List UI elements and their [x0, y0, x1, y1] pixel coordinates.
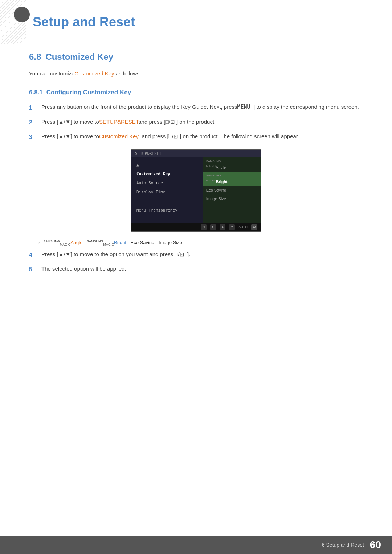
- monitor-bottom-bar: ◄ ► ▲ ▼ AUTO ⏻: [131, 223, 261, 231]
- monitor-btn-power: ⏻: [251, 224, 257, 230]
- monitor-right-menu: SAMSUNGMAGICAngle SAMSUNGMAGICBright Eco…: [203, 157, 261, 223]
- options-note: z SAMSUNGMAGICAngle - SAMSUNGMAGICBright…: [38, 239, 363, 246]
- magic-sub-1: MAGIC: [60, 243, 71, 246]
- step-4: 4 Press [▲/▼] to move to the option you …: [29, 250, 363, 260]
- option-bright: Bright: [114, 240, 126, 245]
- monitor-left-menu: ▲ Customized Key Auto Source Display Tim…: [131, 157, 203, 223]
- monitor-right-eco-saving: Eco Saving: [203, 186, 261, 194]
- step-5-text: The selected option will be applied.: [41, 264, 363, 274]
- monitor-content: ▲ Customized Key Auto Source Display Tim…: [131, 157, 261, 223]
- step-3: 3 Press [▲/▼] to move toCustomized Key a…: [29, 132, 363, 142]
- step-3-text: Press [▲/▼] to move toCustomized Key and…: [41, 132, 363, 142]
- footer-section-label: 6 Setup and Reset: [322, 542, 364, 548]
- step-1-text: Press any button on the front of the pro…: [41, 103, 363, 112]
- option-image-size: Image Size: [159, 240, 182, 245]
- monitor-menu-customized: Customized Key: [131, 169, 203, 178]
- section-header: 6.8 Customized Key: [29, 52, 363, 62]
- step-5: 5 The selected option will be applied.: [29, 264, 363, 274]
- monitor-screenshot: SETUP&RESET ▲ Customized Key Auto Source…: [131, 149, 261, 232]
- monitor-btn-down: ▼: [229, 224, 235, 230]
- chapter-circle: [14, 7, 30, 22]
- monitor-right-samsung-angle: SAMSUNGMAGICAngle: [203, 157, 261, 172]
- monitor-btn-left: ◄: [201, 224, 207, 230]
- page-footer: 6 Setup and Reset 60: [0, 536, 392, 554]
- step-2-text: Press [▲/▼] to move toSETUP&RESETand pre…: [41, 118, 363, 127]
- page-header: Setup and Reset: [0, 0, 392, 37]
- sep-2: -: [128, 240, 131, 245]
- samsung-super-1: SAMSUNG: [43, 239, 60, 243]
- monitor-auto-label: AUTO: [238, 225, 248, 229]
- monitor-btn-right: ►: [210, 224, 216, 230]
- customized-key-link: Customized Key: [99, 133, 139, 139]
- intro-text-after: as follows.: [114, 70, 141, 77]
- samsung-magic-label-2: SAMSUNGMAGIC: [206, 174, 221, 182]
- monitor-btn-up: ▲: [220, 224, 225, 230]
- option-eco-saving: Eco Saving: [131, 240, 155, 245]
- step-1-number: 1: [29, 103, 38, 112]
- option-angle: Angle: [70, 240, 82, 245]
- sep-1: -: [84, 240, 87, 245]
- monitor-right-image-size: Image Size: [203, 194, 261, 203]
- monitor-right-samsung-bright: SAMSUNGMAGICBright: [203, 172, 261, 186]
- subsection-title: Configuring Customized Key: [46, 89, 131, 96]
- monitor-menu-transparency: Menu Transparency: [131, 206, 203, 215]
- step-2-number: 2: [29, 118, 38, 127]
- monitor-menu-display-time: Display Time: [131, 188, 203, 197]
- step-1: 1 Press any button on the front of the p…: [29, 103, 363, 112]
- options-note-z: z: [38, 241, 40, 245]
- samsung-super-2: SAMSUNG: [87, 239, 103, 243]
- page-title: Setup and Reset: [29, 11, 363, 30]
- menu-key-label: MENU: [237, 104, 250, 110]
- steps-list-2: 4 Press [▲/▼] to move to the option you …: [29, 250, 363, 274]
- step-4-number: 4: [29, 250, 38, 260]
- intro-text-before: You can customize: [29, 70, 74, 77]
- step-2: 2 Press [▲/▼] to move toSETUP&RESETand p…: [29, 118, 363, 127]
- monitor-top-bar: SETUP&RESET: [131, 150, 261, 157]
- monitor-menu-auto-source: Auto Source: [131, 178, 203, 188]
- section-number: 6.8: [29, 52, 41, 62]
- main-content: 6.8 Customized Key You can customizeCust…: [0, 52, 392, 274]
- sep-3: -: [156, 240, 159, 245]
- magic-sub-2: MAGIC: [103, 243, 114, 246]
- step-3-number: 3: [29, 132, 38, 142]
- options-note-content: SAMSUNGMAGICAngle - SAMSUNGMAGICBright -…: [43, 240, 182, 245]
- monitor-menu-arrow: ▲: [131, 160, 203, 169]
- step-5-number: 5: [29, 265, 38, 274]
- intro-link: Customized Key: [74, 70, 114, 77]
- subsection-header: 6.8.1 Configuring Customized Key: [29, 89, 363, 96]
- setup-reset-link: SETUP&RESET: [99, 119, 138, 125]
- step-4-text: Press [▲/▼] to move to the option you wa…: [41, 250, 363, 260]
- subsection-number: 6.8.1: [29, 89, 43, 96]
- samsung-magic-label-1: SAMSUNGMAGIC: [206, 160, 221, 168]
- steps-list: 1 Press any button on the front of the p…: [29, 103, 363, 142]
- intro-paragraph: You can customizeCustomized Key as follo…: [29, 69, 363, 78]
- section-title: Customized Key: [45, 52, 113, 62]
- footer-page-number: 60: [370, 539, 381, 551]
- monitor-menu-spacer: [131, 197, 203, 206]
